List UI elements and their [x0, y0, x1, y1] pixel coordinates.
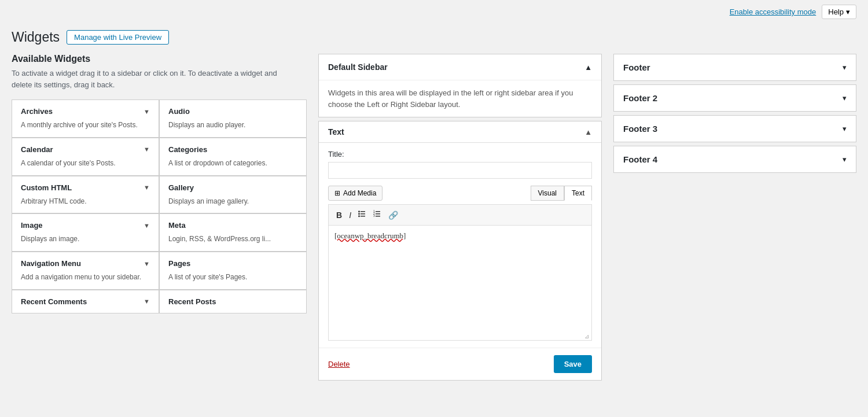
svg-rect-1 [361, 213, 365, 215]
widget-item-recent-posts[interactable]: Recent Posts [159, 290, 307, 313]
help-chevron-icon: ▾ [846, 8, 850, 16]
svg-point-3 [358, 211, 360, 212]
title-label: Title: [328, 150, 592, 158]
footer4-panel-title: Footer 4 [623, 154, 657, 164]
footer2-chevron-icon: ▾ [843, 94, 847, 102]
enable-accessibility-link[interactable]: Enable accessibility mode [730, 8, 816, 16]
footer3-panel: Footer 3 ▾ [613, 115, 856, 142]
svg-rect-2 [361, 216, 365, 217]
svg-point-5 [358, 215, 360, 217]
svg-rect-6 [376, 211, 380, 212]
resize-handle[interactable]: ⊿ [584, 333, 591, 340]
widget-name-image: Image [21, 221, 43, 230]
link-button[interactable]: 🔗 [385, 209, 401, 222]
footer4-panel: Footer 4 ▾ [613, 146, 856, 173]
svg-rect-0 [361, 211, 365, 212]
widget-name-audio: Audio [168, 107, 190, 116]
widget-name-calendar: Calendar [21, 145, 53, 154]
widget-name-navigation-menu: Navigation Menu [21, 259, 81, 268]
footer2-panel-header[interactable]: Footer 2 ▾ [614, 85, 856, 111]
recent-comments-chevron-icon: ▼ [144, 298, 150, 305]
widget-item-meta[interactable]: Meta Login, RSS, & WordPress.org li... [159, 213, 307, 252]
footer2-panel: Footer 2 ▾ [613, 84, 856, 112]
widget-item-custom-html[interactable]: Custom HTML ▼ Arbitrary HTML code. [12, 176, 159, 214]
footer3-chevron-icon: ▾ [843, 124, 847, 133]
widget-item-image[interactable]: Image ▼ Displays an image. [12, 213, 159, 252]
calendar-desc: A calendar of your site's Posts. [21, 158, 150, 168]
footer-panel: Footer ▾ [613, 54, 856, 81]
calendar-chevron-icon: ▼ [144, 146, 150, 153]
meta-desc: Login, RSS, & WordPress.org li... [168, 234, 297, 244]
save-button[interactable]: Save [554, 355, 592, 373]
footer4-chevron-icon: ▾ [843, 155, 847, 164]
widget-item-gallery[interactable]: Gallery Displays an image gallery. [159, 176, 307, 214]
gallery-desc: Displays an image gallery. [168, 197, 297, 206]
unordered-list-button[interactable] [355, 208, 369, 222]
tab-text[interactable]: Text [564, 186, 592, 201]
svg-rect-7 [376, 213, 380, 215]
page-header: Widgets Manage with Live Preview [0, 24, 868, 54]
audio-desc: Displays an audio player. [168, 120, 297, 130]
widget-grid: Archives ▼ A monthly archive of your sit… [12, 99, 307, 313]
widget-item-audio[interactable]: Audio Displays an audio player. [159, 99, 307, 138]
default-sidebar-description: Widgets in this area will be displayed i… [319, 80, 601, 117]
right-panels: Footer ▾ Footer 2 ▾ Footer 3 ▾ Footer 4 … [613, 54, 856, 176]
custom-html-chevron-icon: ▼ [144, 184, 150, 191]
widget-footer: Delete Save [319, 348, 601, 380]
text-widget-body: Title: ⊞ Add Media Visual Text B I [319, 143, 601, 348]
archives-desc: A monthly archive of your site's Posts. [21, 120, 150, 130]
navigation-menu-desc: Add a navigation menu to your sidebar. [21, 272, 150, 282]
default-sidebar-title: Default Sidebar [328, 62, 388, 72]
image-chevron-icon: ▼ [144, 222, 150, 229]
help-button[interactable]: Help ▾ [822, 5, 856, 19]
add-media-icon: ⊞ [334, 189, 340, 197]
sidebar-widgets-area: Default Sidebar ▲ Widgets in this area w… [318, 54, 602, 381]
tab-visual[interactable]: Visual [531, 186, 564, 201]
editor-tabs: Visual Text [531, 186, 592, 201]
bold-button[interactable]: B [333, 209, 345, 222]
delete-link[interactable]: Delete [328, 360, 350, 368]
footer3-panel-title: Footer 3 [623, 124, 657, 134]
available-widgets-title: Available Widgets [12, 54, 307, 64]
italic-button[interactable]: I [346, 209, 354, 222]
widget-name-gallery: Gallery [168, 183, 194, 192]
text-widget-title: Text [328, 127, 344, 136]
footer4-panel-header[interactable]: Footer 4 ▾ [614, 146, 856, 172]
pages-desc: A list of your site's Pages. [168, 272, 297, 282]
content-area[interactable]: [oceanwp_breadcrumb] ⊿ [328, 225, 592, 341]
text-widget-header[interactable]: Text ▲ [319, 121, 601, 143]
widget-name-recent-posts: Recent Posts [168, 297, 216, 306]
footer-panel-title: Footer [623, 62, 650, 72]
footer-chevron-icon: ▾ [843, 63, 847, 72]
widget-item-categories[interactable]: Categories A list or dropdown of categor… [159, 138, 307, 176]
svg-text:3: 3 [373, 214, 375, 217]
widget-item-recent-comments[interactable]: Recent Comments ▼ [12, 290, 159, 313]
custom-html-desc: Arbitrary HTML code. [21, 197, 150, 206]
footer-panel-header[interactable]: Footer ▾ [614, 54, 856, 80]
svg-point-4 [358, 213, 360, 215]
image-desc: Displays an image. [21, 234, 150, 244]
widget-item-pages[interactable]: Pages A list of your site's Pages. [159, 252, 307, 290]
manage-preview-button[interactable]: Manage with Live Preview [67, 30, 169, 45]
page-title: Widgets [12, 29, 60, 45]
ordered-list-button[interactable]: 123 [370, 208, 384, 222]
widget-name-pages: Pages [168, 259, 190, 268]
default-sidebar-collapse-icon: ▲ [584, 63, 592, 72]
footer3-panel-header[interactable]: Footer 3 ▾ [614, 116, 856, 142]
svg-rect-8 [376, 216, 380, 217]
widget-name-recent-comments: Recent Comments [21, 297, 87, 306]
text-widget-collapse-icon: ▲ [584, 128, 592, 136]
widget-item-archives[interactable]: Archives ▼ A monthly archive of your sit… [12, 99, 159, 138]
default-sidebar-header[interactable]: Default Sidebar ▲ [319, 54, 601, 80]
editor-toolbar: ⊞ Add Media Visual Text [328, 186, 592, 201]
default-sidebar-panel: Default Sidebar ▲ Widgets in this area w… [318, 54, 602, 117]
content-text: [oceanwp_breadcrumb] [334, 231, 406, 240]
text-widget: Text ▲ Title: ⊞ Add Media Visual Text [318, 121, 602, 381]
footer2-panel-title: Footer 2 [623, 93, 657, 103]
add-media-button[interactable]: ⊞ Add Media [328, 186, 382, 201]
title-input[interactable] [328, 162, 592, 179]
widget-item-calendar[interactable]: Calendar ▼ A calendar of your site's Pos… [12, 138, 159, 176]
top-bar: Enable accessibility mode Help ▾ [0, 0, 868, 24]
widget-item-navigation-menu[interactable]: Navigation Menu ▼ Add a navigation menu … [12, 252, 159, 290]
available-widgets-desc: To activate a widget drag it to a sideba… [12, 68, 295, 90]
